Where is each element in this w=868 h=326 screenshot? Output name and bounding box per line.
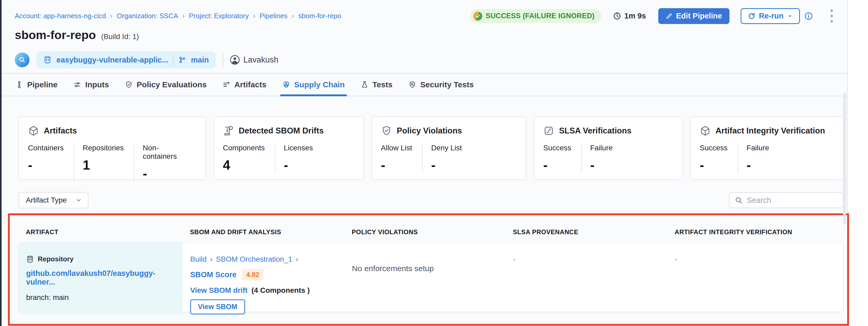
drift-components-count: (4 Components ) xyxy=(251,286,310,295)
card-title: Detected SBOM Drifts xyxy=(239,126,324,136)
pill-divider xyxy=(173,55,174,65)
artifacts-icon xyxy=(222,81,230,89)
meta-row: easybuggy-vulnerable-applic... main Lava… xyxy=(15,52,847,68)
artifact-type-text: Repository xyxy=(38,255,73,263)
stat-allow-list: Allow List - xyxy=(381,144,423,173)
tab-security-tests[interactable]: Security Tests xyxy=(408,74,474,96)
cube-icon xyxy=(28,125,39,136)
card-title: Policy Violations xyxy=(397,126,462,136)
inputs-icon xyxy=(73,81,81,89)
duration-text: 1m 9s xyxy=(624,11,646,20)
filter-row: Artifact Type xyxy=(19,192,843,208)
tab-pipeline[interactable]: Pipeline xyxy=(15,74,58,96)
edit-pipeline-label: Edit Pipeline xyxy=(676,11,722,20)
stat-containers: Containers - xyxy=(28,144,74,181)
tab-security-tests-label: Security Tests xyxy=(420,80,474,89)
scrollbar-thumb[interactable] xyxy=(843,93,846,225)
breadcrumb-account[interactable]: Account: app-harness-ng-cicd xyxy=(15,12,117,20)
sbom-score-link[interactable]: SBOM Score xyxy=(190,270,237,279)
repository-icon xyxy=(26,255,34,263)
tab-inputs[interactable]: Inputs xyxy=(73,74,109,96)
left-nav-edge xyxy=(0,0,2,326)
trigger-webhook-icon xyxy=(15,53,30,67)
page-title: sbom-for-repo xyxy=(15,28,96,42)
sbom-cell: Build SBOM Orchestration_1 SBOM Score 4.… xyxy=(183,242,345,315)
status-badge: SUCCESS (FAILURE IGNORED) xyxy=(470,9,601,23)
view-sbom-drift-link[interactable]: View SBOM drift xyxy=(190,286,247,295)
tab-tests-label: Tests xyxy=(373,80,393,89)
breadcrumb-pipelines[interactable]: Pipelines xyxy=(259,12,299,20)
card-artifact-integrity: Artifact Integrity Verification Success … xyxy=(690,116,843,180)
more-options-button[interactable] xyxy=(828,8,836,24)
breadcrumb-organization[interactable]: Organization: SSCA xyxy=(117,12,189,20)
col-artifact-integrity: ARTIFACT INTEGRITY VERIFICATION xyxy=(667,228,847,236)
tab-tests[interactable]: Tests xyxy=(361,74,393,96)
tab-inputs-label: Inputs xyxy=(85,80,109,89)
col-policy-violations: POLICY VIOLATIONS xyxy=(344,228,505,236)
card-slsa-verifications: SLSA Verifications Success - Failure - xyxy=(534,116,683,180)
table-header: ARTIFACT SBOM AND DRIFT ANALYSIS POLICY … xyxy=(19,228,847,236)
stat-non-containers: Non-containers - xyxy=(134,144,196,181)
search-icon xyxy=(735,196,743,204)
col-slsa-provenance: SLSA PROVENANCE xyxy=(505,228,667,236)
search-box xyxy=(729,192,843,208)
clock-icon xyxy=(613,12,621,20)
pipeline-icon xyxy=(15,81,23,89)
view-sbom-button[interactable]: View SBOM xyxy=(190,299,245,315)
caret-down-icon[interactable] xyxy=(787,13,793,19)
rerun-button[interactable]: Re-run xyxy=(741,8,800,24)
breadcrumb: Account: app-harness-ng-cicd Organizatio… xyxy=(15,12,341,20)
stat-integrity-success: Success - xyxy=(700,144,738,173)
edit-pipeline-button[interactable]: Edit Pipeline xyxy=(658,8,730,24)
sbom-drift-icon xyxy=(223,125,234,136)
tab-policy-evaluations[interactable]: Policy Evaluations xyxy=(125,74,207,96)
sbom-step-orchestration-link[interactable]: SBOM Orchestration_1 xyxy=(216,255,302,263)
artifact-type-label: Artifact Type xyxy=(26,196,67,204)
card-sbom-drifts: Detected SBOM Drifts Components 4 Licens… xyxy=(213,116,364,180)
info-icon[interactable] xyxy=(804,11,813,21)
rerun-icon xyxy=(748,12,755,20)
stat-slsa-success: Success - xyxy=(543,144,582,173)
repo-branch-pill[interactable]: easybuggy-vulnerable-applic... main xyxy=(36,52,216,68)
breadcrumb-project[interactable]: Project: Exploratory xyxy=(189,12,259,20)
search-input[interactable] xyxy=(747,196,846,205)
success-check-icon xyxy=(473,11,482,21)
sbom-step-build-link[interactable]: Build xyxy=(190,255,216,263)
user-avatar-icon xyxy=(230,55,240,65)
slsa-empty-value: - xyxy=(513,255,660,263)
integrity-empty-value: - xyxy=(675,255,835,263)
card-policy-violations: Policy Violations Allow List - Deny List… xyxy=(371,116,526,180)
policy-evaluations-icon xyxy=(125,81,133,89)
repo-name[interactable]: easybuggy-vulnerable-applic... xyxy=(57,56,168,64)
build-duration: 1m 9s xyxy=(613,11,646,20)
tab-artifacts[interactable]: Artifacts xyxy=(222,74,267,96)
card-title: Artifact Integrity Verification xyxy=(715,126,825,136)
edit-icon xyxy=(665,13,673,20)
no-enforcements-text: No enforcements setup xyxy=(352,264,498,273)
summary-cards: Artifacts Containers - Repositories 1 No… xyxy=(19,116,843,180)
tab-supply-chain[interactable]: Supply Chain xyxy=(282,74,345,96)
card-artifacts: Artifacts Containers - Repositories 1 No… xyxy=(19,116,206,180)
chevron-down-icon xyxy=(75,197,82,204)
header-actions: SUCCESS (FAILURE IGNORED) 1m 9s Edit Pip… xyxy=(470,8,836,24)
slsa-provenance-cell: - xyxy=(506,242,668,315)
breadcrumb-pipeline-name[interactable]: sbom-for-repo xyxy=(298,12,341,20)
rerun-label: Re-run xyxy=(759,11,783,20)
page: Account: app-harness-ng-cicd Organizatio… xyxy=(2,0,848,326)
tab-bar: Pipeline Inputs Policy Evaluations Artif… xyxy=(2,73,847,96)
stat-deny-list: Deny List - xyxy=(423,144,472,173)
tab-pipeline-label: Pipeline xyxy=(27,80,58,89)
artifact-repo-link[interactable]: github.com/lavakush07/easybuggy-vulner..… xyxy=(26,269,176,287)
tab-supply-chain-label: Supply Chain xyxy=(294,80,345,89)
git-branch-icon xyxy=(178,56,186,64)
security-tests-icon xyxy=(408,81,416,89)
artifact-integrity-cell: - xyxy=(668,242,843,315)
card-title: SLSA Verifications xyxy=(559,126,631,136)
artifact-cell: Repository github.com/lavakush07/easybug… xyxy=(19,242,183,315)
meta-divider xyxy=(223,52,223,67)
col-sbom-drift: SBOM AND DRIFT ANALYSIS xyxy=(183,228,344,236)
branch-name[interactable]: main xyxy=(191,56,209,64)
stat-integrity-failure: Failure - xyxy=(738,144,779,173)
artifact-type-dropdown[interactable]: Artifact Type xyxy=(19,192,88,208)
user-name: Lavakush xyxy=(244,55,279,65)
